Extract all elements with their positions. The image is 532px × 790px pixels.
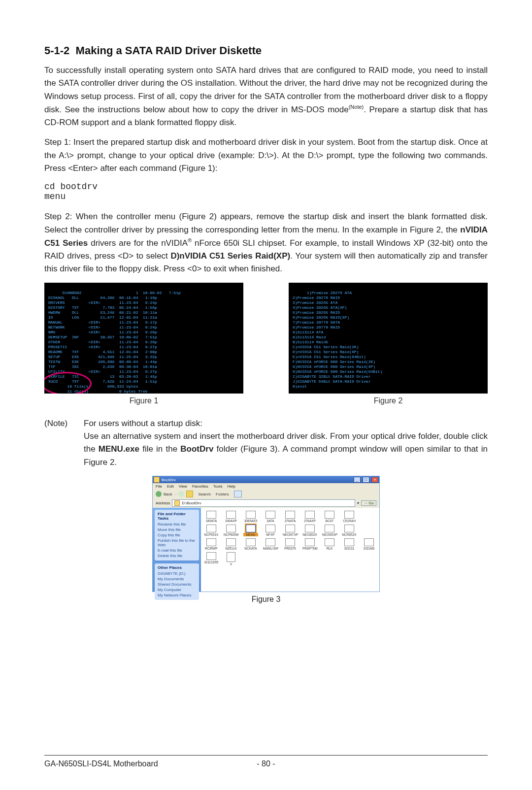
file-item[interactable]: SI3131 [342,538,357,550]
file-item[interactable]: NCR652X [342,525,357,536]
folder-icon [246,511,256,519]
window-toolbar: Back · Search Folders [153,490,379,498]
task-item[interactable]: Publish this file to the Web [158,538,196,548]
menu-edit[interactable]: Edit [167,484,174,489]
file-item[interactable]: 345ATA [204,511,219,523]
window-menubar[interactable]: File Edit View Favorites Tools Help [153,483,379,490]
folder-icon [266,538,275,546]
page-footer: GA-N650SLI-DS4L Motherboard - 80 - [44,759,488,768]
go-button[interactable]: → Go [361,500,376,506]
file-item[interactable]: V [224,552,238,566]
folder-icon [285,525,295,532]
task-item[interactable]: Rename this file [158,522,196,527]
back-button-icon[interactable] [156,491,162,497]
file-item[interactable]: RLK [322,538,337,550]
folder-icon [246,525,256,532]
task-item[interactable]: Delete this file [158,553,196,559]
folder-icon [305,511,315,519]
file-item[interactable]: NFXP [263,525,278,536]
file-item[interactable]: RCIRWF [204,538,219,550]
file-label: SI3131R5 [204,560,219,564]
dos2-menu: 1)Promise 20276 ATA 2)Promise 20276 RAID… [293,291,382,389]
file-item[interactable]: 3085AE5 [243,511,258,523]
folder-icon [226,511,236,519]
places-panel-title: Other Places [158,565,196,570]
address-dropdown-icon[interactable]: ▾ [357,501,359,505]
file-item[interactable]: SI31M0 [362,538,376,550]
maximize-button[interactable]: □ [363,477,369,483]
file-item[interactable]: 376ATA [283,511,298,523]
menu-file[interactable]: File [156,484,162,489]
file-item[interactable]: NCP605W [224,525,238,536]
explorer-file-pane[interactable]: 345ATA345AXP3085AE53ATA376ATA376AXPBC07C… [201,508,379,592]
note-line2-mid: file in the [139,444,180,454]
minimize-button[interactable]: _ [354,477,361,483]
figure1-caption: Figure 1 [44,396,243,405]
folder-icon [174,500,180,506]
file-label: 345AXP [224,519,238,523]
menu-favorites[interactable]: Favorites [192,484,208,489]
place-item[interactable]: My Documents [158,576,196,582]
address-input[interactable]: D:\BootDrv [172,499,355,507]
file-item[interactable]: NEO652X [302,525,317,536]
back-button-label[interactable]: Back [164,492,172,496]
file-label: MANU.INF [263,547,278,550]
step2-mid1: drivers are for the nVIDIA [88,238,188,248]
task-item[interactable]: Move this file [158,527,196,532]
file-item[interactable]: NEON5XP [322,525,337,536]
task-item[interactable]: E-mail this file [158,548,196,553]
search-button[interactable]: Search [198,492,210,496]
section-number: 5-1-2 [44,44,69,57]
file-label: PRAPTM0 [302,547,317,550]
file-item[interactable]: SI3131R5 [204,552,219,566]
folder-icon [344,538,354,546]
task-item[interactable]: Copy this file [158,532,196,538]
forward-button-icon[interactable] [178,491,184,497]
intro-paragraph: To successfully install operating system… [44,64,488,129]
folders-button[interactable]: Folders [216,492,229,496]
folder-icon [266,511,275,519]
file-item[interactable]: C51RAH [342,511,357,523]
folder-icon [325,525,334,532]
file-item[interactable]: NEONTXP [283,525,298,536]
file-label: NCP605W [224,533,238,536]
menu-help[interactable]: Help [227,484,235,489]
address-value: D:\BootDrv [182,501,201,505]
file-label: MENU [243,533,258,536]
place-item[interactable]: Shared Documents [158,582,196,587]
menu-view[interactable]: View [179,484,187,489]
up-button-icon[interactable] [186,491,193,497]
note-line2-b2: BootDrv [180,444,213,454]
file-label: NCP651X [204,533,219,536]
section-title-text: Making a SATA RAID Driver Diskette [76,44,262,57]
address-label: Address [156,501,170,505]
file-item[interactable]: PRAPTM0 [302,538,317,550]
dos-commands: cd bootdrv menu [44,182,488,201]
document-icon [227,552,235,562]
views-button-icon[interactable] [234,491,242,497]
file-item[interactable]: MENU [243,525,258,536]
file-item[interactable]: 3ATA [263,511,278,523]
file-item[interactable]: BC07 [322,511,337,523]
menu-tools[interactable]: Tools [213,484,223,489]
folder-icon [266,525,275,532]
file-item[interactable]: 345AXP [224,511,238,523]
explorer-sidebar: File and Folder Tasks Rename this file M… [153,508,201,592]
place-item[interactable]: My Computer [158,587,196,592]
place-item[interactable]: My Network Places [158,592,196,598]
footer-right [286,759,488,768]
note-line2-b1: MENU.exe [99,444,139,454]
file-label: NEO652X [302,533,317,536]
place-item[interactable]: GIGABYTE (D:) [158,571,196,576]
close-button[interactable]: × [371,477,378,483]
file-item[interactable]: 376AXP [302,511,317,523]
file-label: 376ATA [283,519,298,523]
file-item[interactable]: N251xX [224,538,238,550]
file-item[interactable]: NCKATA [243,538,258,550]
file-item[interactable]: PR0379 [283,538,298,550]
file-item[interactable]: NCP651X [204,525,219,536]
folder-icon [344,511,354,519]
file-label: 345ATA [204,519,219,523]
folder-icon [206,552,216,560]
file-item[interactable]: MANU.INF [263,538,278,550]
